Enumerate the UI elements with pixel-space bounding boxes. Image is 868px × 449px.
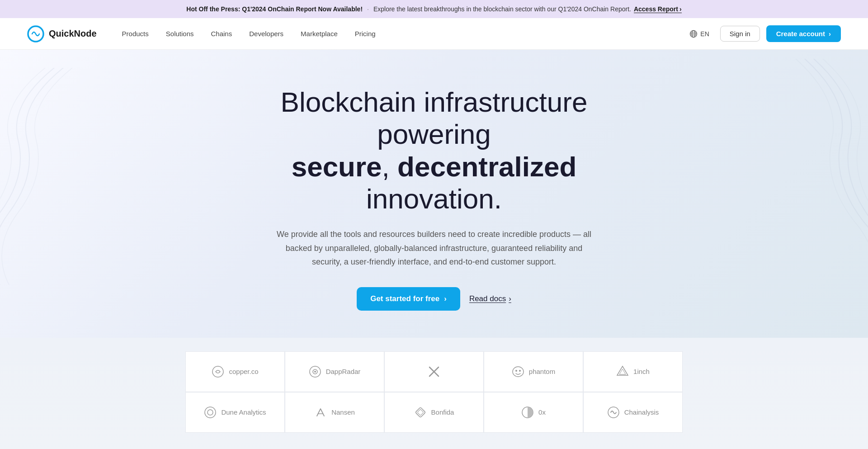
announcement-dot: · — [367, 5, 369, 13]
hero-title: Blockchain infrastructure powering secur… — [249, 86, 619, 215]
partner-dune[interactable]: Dune Analytics — [185, 392, 285, 433]
hero-content: Blockchain infrastructure powering secur… — [249, 86, 619, 311]
svg-point-9 — [314, 371, 316, 373]
dune-label: Dune Analytics — [221, 408, 266, 416]
bonfida-label: Bonfida — [431, 408, 454, 416]
copper-label: copper.co — [229, 368, 258, 375]
get-started-button[interactable]: Get started for free › — [357, 287, 460, 311]
hero-subtitle: We provide all the tools and resources b… — [271, 227, 597, 269]
nansen-logo-icon — [314, 406, 327, 419]
navbar: QuickNode Products Solutions Chains Deve… — [0, 18, 868, 50]
logo-link[interactable]: QuickNode — [27, 25, 97, 43]
nav-chains[interactable]: Chains — [204, 26, 240, 41]
x-logo-icon — [428, 366, 440, 378]
0x-logo-icon — [521, 406, 534, 419]
partner-1inch[interactable]: 1inch — [583, 351, 683, 392]
partner-x[interactable] — [384, 351, 484, 392]
svg-point-10 — [513, 367, 524, 377]
left-decorative-lines — [0, 68, 72, 294]
nav-developers[interactable]: Developers — [242, 26, 291, 41]
1inch-label: 1inch — [633, 368, 650, 375]
svg-point-16 — [208, 410, 213, 415]
create-account-button[interactable]: Create account › — [766, 25, 841, 42]
partner-logo-grid: copper.co DappRadar — [185, 351, 683, 433]
announcement-body: Explore the latest breakthroughs in the … — [373, 5, 631, 13]
sign-in-button[interactable]: Sign in — [720, 26, 760, 42]
lang-label: EN — [700, 30, 709, 38]
hero-buttons: Get started for free › Read docs › — [249, 287, 619, 311]
svg-marker-13 — [617, 366, 628, 375]
language-selector[interactable]: EN — [685, 27, 713, 41]
dappradar-label: DappRadar — [326, 368, 361, 375]
phantom-label: phantom — [529, 368, 555, 375]
globe-icon — [689, 30, 698, 38]
announcement-hot-text: Hot Off the Press: Q1'2024 OnChain Repor… — [186, 5, 363, 13]
chainalysis-label: Chainalysis — [624, 408, 659, 416]
partner-bonfida[interactable]: Bonfida — [384, 392, 484, 433]
right-decorative-lines — [787, 59, 868, 303]
partners-section: copper.co DappRadar — [0, 338, 868, 449]
0x-label: 0x — [538, 408, 546, 416]
svg-point-12 — [519, 370, 521, 372]
copper-logo-icon — [212, 365, 224, 378]
svg-point-15 — [205, 407, 216, 418]
nav-actions: EN Sign in Create account › — [685, 25, 841, 42]
dappradar-logo-icon — [309, 365, 321, 378]
quicknode-logo-icon — [27, 25, 44, 43]
dune-logo-icon — [204, 406, 217, 419]
svg-rect-18 — [415, 407, 425, 418]
partner-nansen[interactable]: Nansen — [285, 392, 384, 433]
nav-links: Products Solutions Chains Developers Mar… — [115, 26, 685, 41]
partner-phantom[interactable]: phantom — [484, 351, 583, 392]
partner-copper[interactable]: copper.co — [185, 351, 285, 392]
svg-point-6 — [212, 366, 223, 377]
nav-solutions[interactable]: Solutions — [159, 26, 201, 41]
read-docs-button[interactable]: Read docs › — [469, 294, 511, 303]
nav-products[interactable]: Products — [115, 26, 156, 41]
1inch-logo-icon — [616, 365, 629, 378]
nansen-label: Nansen — [331, 408, 355, 416]
access-report-link[interactable]: Access Report › — [634, 5, 682, 13]
announcement-bar: Hot Off the Press: Q1'2024 OnChain Repor… — [0, 0, 868, 18]
hero-section: Blockchain infrastructure powering secur… — [0, 50, 868, 338]
partner-dappradar[interactable]: DappRadar — [285, 351, 384, 392]
partner-0x[interactable]: 0x — [484, 392, 583, 433]
svg-rect-19 — [417, 409, 423, 416]
svg-point-11 — [515, 370, 517, 372]
bonfida-logo-icon — [414, 406, 427, 419]
logo-text: QuickNode — [49, 28, 97, 39]
partner-chainalysis[interactable]: Chainalysis — [583, 392, 683, 433]
nav-marketplace[interactable]: Marketplace — [293, 26, 345, 41]
nav-pricing[interactable]: Pricing — [348, 26, 383, 41]
chainalysis-logo-icon — [607, 406, 620, 419]
phantom-logo-icon — [512, 365, 524, 378]
